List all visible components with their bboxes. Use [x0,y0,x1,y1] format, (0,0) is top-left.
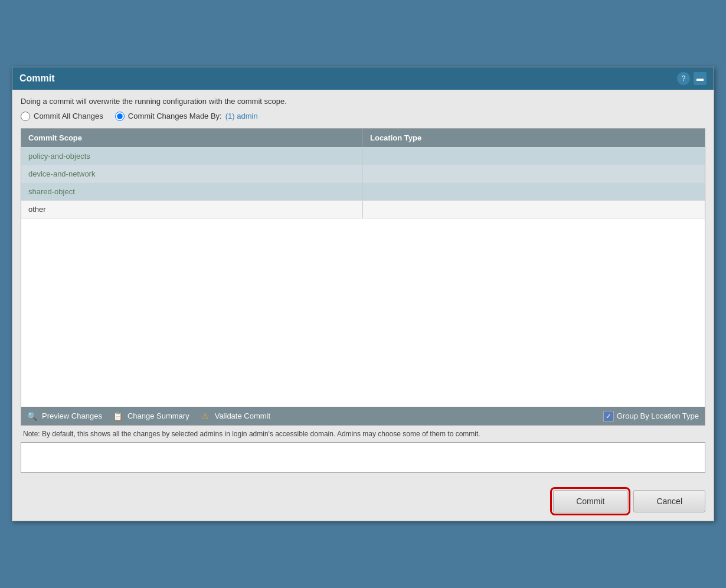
location-cell [363,165,705,182]
radio-row: Commit All Changes Commit Changes Made B… [21,112,705,121]
empty-table-area [21,218,705,407]
minimize-icon[interactable]: ▬ [694,72,707,85]
commit-button[interactable]: Commit [553,490,627,512]
preview-changes-button[interactable]: Preview Changes [27,411,102,421]
scope-cell: policy-and-objects [21,148,363,165]
table-row[interactable]: policy-and-objects [21,147,705,165]
note-text: Note: By default, this shows all the cha… [21,426,705,443]
toolbar-left: Preview Changes Change Summary Validate … [27,411,270,422]
group-by-checkbox-wrapper[interactable]: ✓ Group By Location Type [603,411,699,422]
validate-icon [199,411,212,422]
summary-label: Change Summary [127,411,189,420]
summary-icon [112,411,125,422]
table-row[interactable]: other [21,200,705,218]
col-location-header: Location Type [363,129,705,147]
dialog-titlebar: Commit ? ▬ [12,67,714,90]
location-cell [363,148,705,165]
dialog-footer: Commit Cancel [12,482,714,521]
comment-input[interactable] [21,442,705,473]
table-row[interactable]: device-and-network [21,165,705,182]
scope-cell: other [21,201,363,218]
commit-scope-table: Commit Scope Location Type policy-and-ob… [21,128,705,426]
table-header: Commit Scope Location Type [21,129,705,147]
scope-cell: device-and-network [21,165,363,182]
dialog-body: Doing a commit will overwrite the runnin… [12,90,714,482]
commit-dialog: Commit ? ▬ Doing a commit will overwrite… [12,67,714,522]
group-by-label: Group By Location Type [617,411,699,420]
location-cell [363,201,705,218]
preview-icon [27,411,39,421]
help-icon[interactable]: ? [677,72,690,85]
change-summary-button[interactable]: Change Summary [112,411,189,422]
group-by-checkbox[interactable]: ✓ [603,411,614,422]
cancel-button[interactable]: Cancel [633,490,705,512]
table-row[interactable]: shared-object [21,182,705,200]
titlebar-icons: ? ▬ [677,72,707,85]
dialog-title: Commit [19,73,55,84]
commit-by-option[interactable]: Commit Changes Made By: (1) admin [115,112,258,121]
commit-all-radio[interactable] [21,112,30,121]
toolbar-row: Preview Changes Change Summary Validate … [21,407,705,425]
validate-commit-button[interactable]: Validate Commit [199,411,270,422]
commit-by-label: Commit Changes Made By: [128,112,222,120]
preview-label: Preview Changes [42,411,102,420]
commit-all-option[interactable]: Commit All Changes [21,112,103,121]
commit-all-label: Commit All Changes [34,112,103,120]
scope-cell: shared-object [21,183,363,200]
validate-label: Validate Commit [215,411,270,420]
commit-by-radio[interactable] [115,112,125,121]
commit-by-link[interactable]: (1) admin [225,112,258,120]
description-text: Doing a commit will overwrite the runnin… [21,97,705,106]
location-cell [363,183,705,200]
col-scope-header: Commit Scope [21,129,363,147]
toolbar-right: ✓ Group By Location Type [603,411,699,422]
